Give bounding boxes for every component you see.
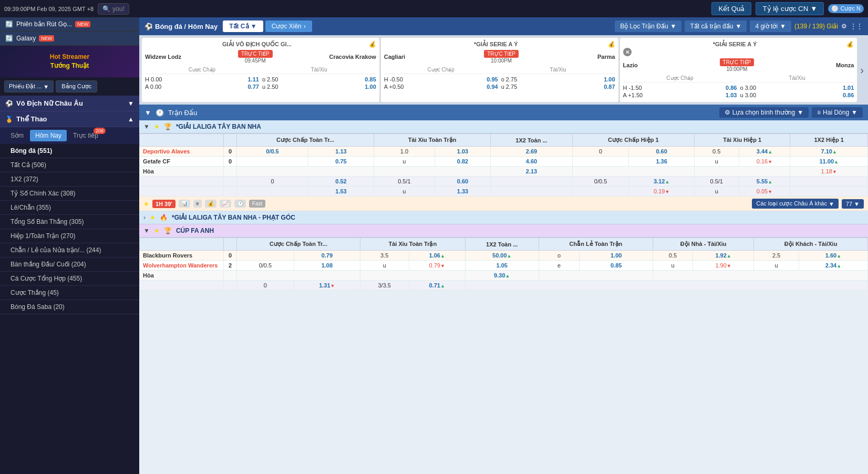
cup-home-chap-val[interactable] — [237, 251, 294, 261]
nav-hiep1-toan-tran[interactable]: Hiệp 1/Toàn Trận (270) — [0, 229, 139, 243]
lua-chon-binh-thuong-button[interactable]: ⚙ Lựa chọn bình thường ▼ — [719, 107, 809, 118]
home-tai-odds[interactable]: 1.03 — [435, 147, 490, 157]
home-tai-h1-odds[interactable]: 3.44▲ — [739, 147, 790, 157]
home-chap-val[interactable]: 0/0.5 — [237, 147, 308, 157]
settings-icon[interactable]: ⚙ — [841, 23, 847, 30]
search-box[interactable]: 🔍 you! — [98, 3, 129, 15]
ty-le-cuoc-button[interactable]: Tỷ lệ cược CN ▼ — [756, 2, 824, 15]
lineup-icon[interactable]: ≡ — [193, 200, 202, 208]
cup-extra-tai2-val[interactable]: 3/3.5 — [360, 281, 409, 291]
away-chap-odds[interactable]: 0.75 — [308, 157, 374, 167]
cards-next-button[interactable]: › — [858, 37, 866, 102]
home-chap-h1-val[interactable]: 0 — [572, 147, 629, 157]
away-1x2-h1[interactable]: 11.00▲ — [790, 157, 868, 167]
cup-home-doi-khach-odds[interactable]: 1.60▲ — [799, 251, 867, 261]
cup-away-doi-nha-u-odds[interactable]: 1.90▼ — [693, 261, 753, 271]
sidebar-galaxy[interactable]: 🔄 Galaxy NEW — [0, 32, 139, 46]
home-chap-odds[interactable]: 1.13 — [308, 147, 374, 157]
extra-tai2-val[interactable]: 0.5/1 — [374, 177, 435, 187]
cup-home-1x2[interactable]: 50.00▲ — [465, 251, 539, 261]
cup-home-doi-khach-val[interactable]: 2.5 — [754, 251, 799, 261]
bo-loc-tran-dau-button[interactable]: Bộ Lọc Trận Đấu ▼ — [615, 20, 681, 32]
extra-tai2-odds[interactable]: 0.60 — [435, 177, 490, 187]
cup-home-tai-val[interactable]: 3.5 — [360, 251, 409, 261]
cup-home-chap-odds[interactable]: 0.79 — [294, 251, 360, 261]
away-1x2[interactable]: 4.60 — [491, 157, 573, 167]
count-77-dropdown[interactable]: 77 ▼ — [842, 199, 864, 209]
nav-bong-da[interactable]: Bóng đá (551) — [0, 144, 139, 158]
extra-chap2-odds[interactable]: 0.52 — [308, 177, 374, 187]
tab-tat-ca[interactable]: Tất Cả ▼ — [223, 20, 263, 32]
extra-tai2-h1-odds[interactable]: 5.55▲ — [739, 177, 790, 187]
laliga-phat-goc-row[interactable]: › ★ 🔥 *GIẢI LALIGA TÂY BAN NHA - PHẠT GÓ… — [139, 211, 868, 224]
home-1x2-h1[interactable]: 7.10▲ — [790, 147, 868, 157]
tab-truc-tiep[interactable]: Trực tiếp 208 — [68, 130, 104, 141]
away-xiu-h1-odds[interactable]: 0.16▼ — [739, 157, 790, 167]
expand-league-icon[interactable]: › — [143, 214, 146, 221]
ket-qua-button[interactable]: Kết Quả — [711, 2, 751, 15]
hai-dong-button[interactable]: ≡ Hai Dòng ▼ — [812, 107, 863, 118]
sidebar-phien-ban[interactable]: 🔄 Phiên bản Rút Gọ... NEW — [0, 17, 139, 32]
cup-home-doi-nha-val[interactable]: 0.5 — [653, 251, 693, 261]
extra2-xiu2-h1-xiu-odds[interactable]: 0.05▼ — [739, 187, 790, 197]
sidebar-section-the-thao[interactable]: 🏅 Thể Thao ▲ — [0, 111, 139, 127]
cup-fa-league-row[interactable]: ▼ ★ 🏆 CÚP FA ANH — [139, 224, 868, 238]
nav-tat-ca[interactable]: Tất Cả (506) — [0, 158, 139, 172]
cup-away-doi-nha-e-odds[interactable]: 0.85 — [580, 261, 653, 271]
tab-cuoc-xien[interactable]: Cược Xiên › — [265, 20, 312, 32]
time-filter-button[interactable]: 4 giờ tới ▼ — [750, 20, 791, 32]
stats-icon[interactable]: 📊 — [179, 200, 190, 208]
clock-icon[interactable]: 🕐 — [234, 200, 246, 208]
nav-1x2[interactable]: 1X2 (372) — [0, 172, 139, 187]
tat-ca-tran-dau-button[interactable]: Tất cả trận đấu ▼ — [685, 20, 747, 32]
nav-chan-le-nua-tran[interactable]: Chẵn / Lẻ của Nửa trận/... (244) — [0, 243, 139, 257]
bang-cuoc-button[interactable]: Bảng Cược — [56, 80, 97, 92]
nav-ca-cuoc-tong-hop[interactable]: Cá Cược Tổng Hợp (455) — [0, 272, 139, 286]
nav-ty-so[interactable]: Tỷ Số Chính Xác (308) — [0, 187, 139, 201]
extra2-xiu2-odds[interactable]: 1.53 — [308, 187, 374, 197]
cup-extra-chap2-odds[interactable]: 1.31▼ — [294, 281, 360, 291]
collapse-icon[interactable]: ▼ — [144, 109, 151, 117]
cup-home-doi-nha-odds[interactable]: 1.92▲ — [693, 251, 753, 261]
extra-chap2-h1-odds[interactable]: 3.12▲ — [629, 177, 695, 187]
phieu-dat-button[interactable]: Phiếu Đặt ... ▼ — [4, 80, 54, 92]
nav-bong-da-saba[interactable]: Bóng Đá Saba (20) — [0, 300, 139, 314]
nav-tong-so[interactable]: Tổng Số Bàn Thắng (305) — [0, 215, 139, 229]
cup-draw-1x2[interactable]: 9.30▲ — [465, 271, 539, 281]
extra-tai2-h1-val[interactable]: 0.5/1 — [694, 177, 739, 187]
star-fav-icon[interactable]: ★ — [143, 200, 149, 208]
coin-action-icon[interactable]: 💰 — [205, 200, 216, 208]
cup-home-tai-odds[interactable]: 1.06▲ — [409, 251, 465, 261]
collapse-league-icon[interactable]: ▼ — [143, 123, 150, 130]
away-chap-val[interactable] — [237, 157, 308, 167]
extra-chap2-h1[interactable]: 0/0.5 — [572, 177, 629, 187]
chart-icon[interactable]: 📈 — [220, 200, 231, 208]
tab-hom-nay[interactable]: Hôm Nay — [30, 130, 67, 141]
grid-icon[interactable]: ⋮⋮ — [850, 23, 863, 30]
fast-button[interactable]: Fast — [249, 200, 265, 208]
cup-away-chap-odds[interactable]: 1.08 — [294, 261, 360, 271]
cup-extra-tai2-odds[interactable]: 0.71▲ — [409, 281, 465, 291]
cup-away-xiu-odds[interactable]: 0.79▼ — [409, 261, 465, 271]
away-chap-h1[interactable] — [572, 157, 629, 167]
cup-away-doi-khach-u-odds[interactable]: 2.34▲ — [799, 261, 867, 271]
nav-le-chan[interactable]: Lê/Chẵn (355) — [0, 201, 139, 215]
home-tai-h1-val[interactable]: 0.5 — [694, 147, 739, 157]
extra2-xiu2-xiu-odds[interactable]: 1.33 — [435, 187, 490, 197]
draw-1x2-h1[interactable]: 1.18▼ — [790, 167, 868, 177]
draw-1x2[interactable]: 2.13 — [491, 167, 573, 177]
cup-home-chan-le-odds[interactable]: 1.00 — [580, 251, 653, 261]
away-xiu-odds[interactable]: 0.82 — [435, 157, 490, 167]
extra-chap2-val[interactable]: 0 — [237, 177, 308, 187]
home-1x2[interactable]: 2.69 — [491, 147, 573, 157]
cup-away-chap-val[interactable]: 0/0.5 — [237, 261, 294, 271]
sidebar-section-vo-dich-nu[interactable]: ⚽ Vô Địch Nữ Châu Âu ▼ — [0, 96, 139, 111]
nav-cuoc-thang[interactable]: Cược Thắng (45) — [0, 286, 139, 300]
collapse-cup-icon[interactable]: ▼ — [143, 227, 150, 234]
home-chap-h1-odds[interactable]: 0.60 — [629, 147, 695, 157]
cuoc-chau-a-dropdown[interactable]: Các loại cược Châu Á khác ▼ — [752, 199, 839, 209]
close-card-button[interactable]: ✕ — [623, 48, 632, 56]
home-tai-val[interactable]: 1.0 — [374, 147, 435, 157]
cuoc-toggle[interactable]: ⚪ Cược N — [828, 4, 864, 13]
extra2-xiu2-h1-odds[interactable]: 0.19▼ — [629, 187, 695, 197]
